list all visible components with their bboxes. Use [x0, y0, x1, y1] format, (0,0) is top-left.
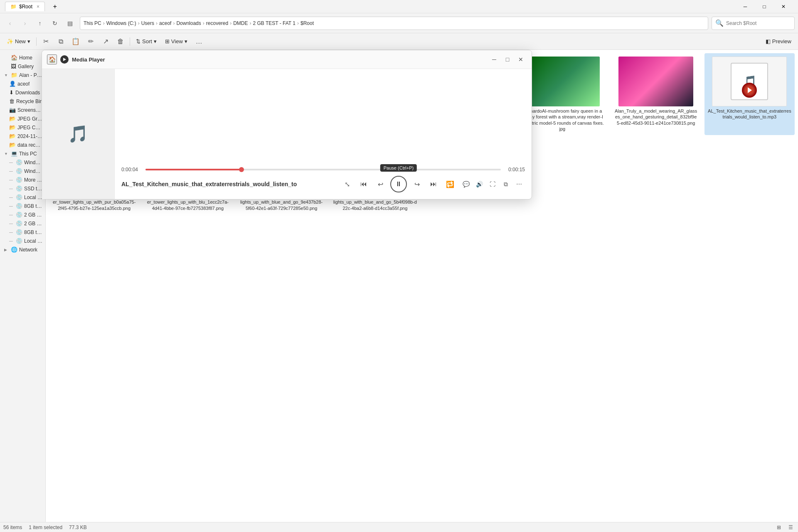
mp-more-button[interactable]: ⋯ — [513, 178, 525, 190]
mp-next-button[interactable]: ⏭ — [427, 177, 440, 191]
file-name: Alan_Truly_a_model_wearing_AR_glasses_on… — [614, 108, 698, 126]
rename-button[interactable]: ✏ — [84, 35, 97, 48]
status-list-view-button[interactable]: ☰ — [786, 523, 795, 532]
refresh-button[interactable]: ↻ — [48, 17, 62, 30]
delete-button[interactable]: 🗑 — [114, 35, 127, 48]
sidebar-item-2gb-i2[interactable]: — 💿 2 GB TEST (I:) — [1, 219, 44, 228]
tab-label: $Root — [19, 4, 32, 10]
sidebar-gallery-label: Gallery — [18, 64, 34, 69]
sidebar-item-ssd-f[interactable]: — 💿 SSD test (F:) — [1, 184, 44, 193]
breadcrumb: This PC › Windows (C:) › Users › aceof ›… — [80, 17, 708, 30]
sidebar-item-8gb-h2[interactable]: — 💿 8GB test partition (H:) — [1, 228, 44, 236]
mp-volume-button[interactable]: 🔊 — [473, 178, 485, 190]
sidebar-item-gutter[interactable]: 📂 2024-11-10 gutter c — [1, 132, 44, 140]
copy-button[interactable]: ⧉ — [54, 35, 67, 48]
sidebar-item-downloads[interactable]: ⬇ Downloads — [1, 88, 44, 97]
sidebar-item-8gb-h[interactable]: — 💿 8GB test partition (H:) — [1, 202, 44, 210]
sidebar-item-gallery[interactable]: 🖼 Gallery — [1, 62, 44, 71]
sidebar-screenshots-label: Screenshots — [17, 107, 43, 113]
forward-button[interactable]: › — [18, 17, 32, 30]
new-button[interactable]: ✨ New ▾ — [3, 35, 34, 48]
mp-pause-button[interactable]: ⏸ — [390, 176, 407, 192]
mp-transport-row: AL_Test_Kitchen_music_that_extraterrestr… — [121, 176, 525, 192]
mp-home-button[interactable]: 🏠 — [47, 54, 57, 64]
mp-rewind-button[interactable]: ↩ — [374, 177, 387, 191]
breadcrumb-root[interactable]: $Root — [300, 20, 314, 26]
sidebar-item-recycle-bin[interactable]: 🗑 Recycle Bin — [1, 97, 44, 106]
mp-forward-button[interactable]: ↪ — [410, 177, 424, 191]
sidebar-item-screenshots[interactable]: 📷 Screenshots — [1, 106, 44, 114]
file-thumbnail: 🎵 — [712, 57, 787, 106]
sidebar-item-more-e[interactable]: — 💿 More (E:) — [1, 175, 44, 184]
breadcrumb-recovered[interactable]: recovered — [206, 20, 228, 26]
sort-button[interactable]: ⇅ Sort ▾ — [133, 35, 160, 48]
view-label: View — [171, 38, 183, 44]
mp-repeat-button[interactable]: 🔁 — [443, 177, 457, 191]
new-tab-button[interactable]: + — [48, 0, 62, 13]
preview-button[interactable]: ◧ Preview — [762, 35, 795, 48]
preview-label: Preview — [772, 38, 791, 44]
sidebar-8gb-h2-label: 8GB test partition (H:) — [24, 229, 43, 235]
breadcrumb-windows-c[interactable]: Windows (C:) — [106, 20, 136, 26]
share-button[interactable]: ↗ — [99, 35, 112, 48]
breadcrumb-downloads[interactable]: Downloads — [176, 20, 201, 26]
mp-shuffle-button[interactable]: ⤡ — [340, 177, 354, 191]
sidebar-item-jpeg-graphics[interactable]: 📂 JPEG Graphics file — [1, 114, 44, 123]
file-thumbnail — [525, 57, 600, 106]
dash-icon: — — [9, 239, 14, 243]
cut-button[interactable]: ✂ — [39, 35, 52, 48]
sidebar-item-2gb-i[interactable]: — 💿 2 GB TEST (I:) — [1, 210, 44, 219]
toolbar-separator-2 — [130, 37, 130, 46]
sidebar-item-windows-d[interactable]: — 💿 Windows (D:) — [1, 167, 44, 175]
mp-maximize-button[interactable]: □ — [502, 54, 513, 65]
mp-track-name: AL_Test_Kitchen_music_that_extraterrestr… — [121, 181, 297, 187]
sidebar-item-jpeg-camera[interactable]: 📂 JPEG Camera file — [1, 123, 44, 132]
list-item[interactable]: 🎵 AL_Test_Kitchen_music_that_extraterres… — [704, 53, 795, 135]
mp-prev-button[interactable]: ⏮ — [357, 177, 370, 191]
sidebar-item-local-g2[interactable]: — 💿 Local Disk (G:) — [1, 236, 44, 245]
mp-progress-area: 0:00:04 0:00:15 — [121, 167, 525, 172]
more-button[interactable]: … — [192, 35, 206, 48]
breadcrumb-2gb-test[interactable]: 2 GB TEST - FAT 1 — [253, 20, 296, 26]
minimize-button[interactable]: ─ — [736, 0, 755, 13]
close-button[interactable]: ✕ — [774, 0, 793, 13]
expand-icon: ▶ — [4, 248, 9, 252]
back-button[interactable]: ‹ — [3, 17, 17, 30]
sidebar: 🏠 Home 🖼 Gallery ▼ 📁 Alan - Personal 👤 a… — [0, 50, 46, 532]
sidebar-item-local-g[interactable]: — 💿 Local Disk (G:) — [1, 193, 44, 202]
mp-close-button[interactable]: ✕ — [515, 54, 527, 65]
maximize-button[interactable]: □ — [755, 0, 774, 13]
sidebar-alan-label: Alan - Personal — [19, 72, 43, 78]
sidebar-item-home[interactable]: 🏠 Home — [1, 53, 44, 62]
mp-miniplayer-button[interactable]: ⧉ — [500, 178, 512, 190]
sidebar-item-data-recov[interactable]: 📂 data recov test files — [1, 140, 44, 149]
search-input[interactable] — [726, 20, 791, 26]
breadcrumb-aceof[interactable]: aceof — [159, 20, 171, 26]
sidebar-item-network[interactable]: ▶ 🌐 Network — [1, 245, 44, 254]
status-right: ⊞ ☰ — [775, 523, 795, 532]
sidebar-item-aceof[interactable]: 👤 aceof — [1, 79, 44, 88]
mp-progress-bar[interactable] — [145, 169, 501, 170]
title-tab[interactable]: 📁 $Root × — [5, 2, 45, 11]
list-item[interactable]: Alan_Truly_a_model_wearing_AR_glasses_on… — [611, 53, 701, 135]
mp-fullscreen-button[interactable]: ⛶ — [487, 178, 498, 190]
sidebar-item-alan-personal[interactable]: ▼ 📁 Alan - Personal — [1, 71, 44, 79]
status-grid-view-button[interactable]: ⊞ — [775, 523, 783, 532]
mp-subtitles-button[interactable]: 💬 — [460, 178, 472, 190]
collapse-button[interactable]: ▤ — [63, 17, 76, 30]
breadcrumb-users[interactable]: Users — [141, 20, 154, 26]
breadcrumb-dmde[interactable]: DMDE — [233, 20, 248, 26]
sidebar-item-windows-c[interactable]: — 💿 Windows (C:) — [1, 158, 44, 167]
address-bar: ‹ › ↑ ↻ ▤ This PC › Windows (C:) › Users… — [0, 13, 798, 33]
up-button[interactable]: ↑ — [33, 17, 47, 30]
breadcrumb-this-pc[interactable]: This PC — [84, 20, 101, 26]
sort-chevron-icon: ▾ — [154, 38, 157, 44]
tab-close[interactable]: × — [37, 4, 39, 10]
mp-minimize-button[interactable]: ─ — [488, 54, 500, 65]
dash-icon: — — [9, 222, 14, 226]
mp-progress-fill — [145, 169, 241, 170]
sidebar-item-this-pc[interactable]: ▼ 💻 This PC — [1, 149, 44, 158]
toolbar-separator-1 — [36, 37, 37, 46]
paste-button[interactable]: 📋 — [69, 35, 82, 48]
view-button[interactable]: ⊞ View ▾ — [162, 35, 191, 48]
